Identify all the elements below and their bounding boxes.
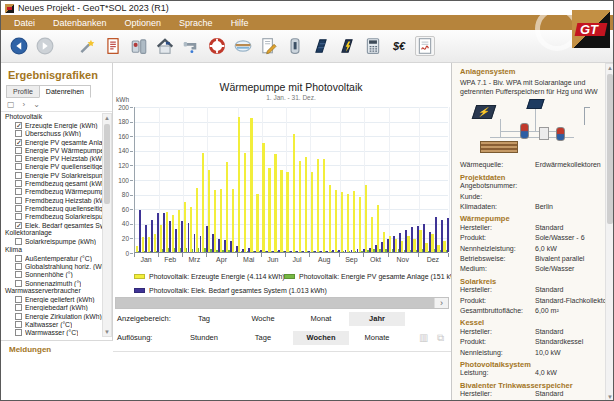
tree-item[interactable]: Fremdbezug gesamt (kWh) <box>1 179 102 187</box>
storage-tank-icon[interactable] <box>285 36 305 56</box>
checkbox[interactable] <box>15 122 22 129</box>
checkbox[interactable] <box>15 321 22 328</box>
calculator-icon[interactable] <box>363 36 383 56</box>
checkbox[interactable] <box>15 255 22 262</box>
tree-scrollbar-thumb[interactable] <box>104 124 110 204</box>
select-boxes-button[interactable]: ▢ <box>7 101 15 109</box>
checkbox[interactable] <box>15 147 22 154</box>
checkbox[interactable] <box>15 188 22 195</box>
tree-item[interactable]: Elek. Bedarf gesamtes Syst <box>1 221 102 229</box>
tab-datenreihen[interactable]: Datenreihen <box>39 85 91 98</box>
tree-item[interactable]: Fremdbezug Heizstab (kW <box>1 196 102 204</box>
checkbox[interactable] <box>15 213 22 220</box>
scroll-up-icon[interactable]: ▲ <box>606 64 614 72</box>
tree-item[interactable]: Außentemperatur (°C) <box>1 254 102 262</box>
tree-item[interactable]: Fremdbezug quellenseitige <box>1 204 102 212</box>
checkbox[interactable] <box>15 139 22 146</box>
back-button[interactable] <box>9 36 29 56</box>
building-icon[interactable] <box>155 36 175 56</box>
pdf-report-icon[interactable] <box>415 36 435 56</box>
tab-profile[interactable]: Profile <box>6 85 39 98</box>
checkbox[interactable] <box>15 271 22 278</box>
scrollbar-thumb[interactable] <box>116 298 434 308</box>
tree-group[interactable]: Photovoltaik <box>1 113 102 121</box>
tree-item[interactable]: Fremdbezug Wärmepump <box>1 188 102 196</box>
checkbox[interactable] <box>15 296 22 303</box>
checkbox[interactable] <box>15 163 22 170</box>
expand-all-button[interactable]: › <box>23 101 26 109</box>
checkbox[interactable] <box>15 280 22 287</box>
resolution-option[interactable]: Tage <box>235 331 291 345</box>
checkbox[interactable] <box>15 304 22 311</box>
tariffs-icon[interactable]: $€ <box>389 36 409 56</box>
y-tick-mark <box>130 122 133 123</box>
tree-item[interactable]: Überschuss (kWh) <box>1 130 102 138</box>
tree-item[interactable]: Solarkreispumpe (kWh) <box>1 237 102 245</box>
tree-item[interactable]: Fremdbezug Solarkreispu <box>1 213 102 221</box>
checkbox[interactable] <box>15 329 22 336</box>
tree-group[interactable]: Kollektoranlage <box>1 229 102 237</box>
checkbox[interactable] <box>15 263 22 270</box>
checkbox[interactable] <box>15 222 22 229</box>
checkbox[interactable] <box>15 238 22 245</box>
copy-chart-button[interactable]: ⧉ <box>437 332 444 344</box>
system-panel-scrollbar[interactable]: ▲ ▼ <box>605 63 614 401</box>
checkbox[interactable] <box>15 180 22 187</box>
report-icon[interactable] <box>103 36 123 56</box>
range-option[interactable]: Tag <box>176 312 232 326</box>
tree-item[interactable]: Energie PV Heizstab (kWh) <box>1 154 102 162</box>
scroll-up-icon[interactable]: ▲ <box>103 114 111 122</box>
resolution-option[interactable]: Wochen <box>293 331 349 345</box>
tree-group[interactable]: Klima <box>1 246 102 254</box>
tree-item[interactable]: Erzeugte Energie (kWh) <box>1 121 102 129</box>
tree-item[interactable]: Warmwasser (°C) <box>1 329 102 337</box>
menu-item[interactable]: Sprache <box>170 17 222 29</box>
dhw-tap-icon[interactable] <box>181 36 201 56</box>
tree-item[interactable]: Globalstrahlung horiz. (Wh <box>1 262 102 270</box>
tree-item[interactable]: Sonnenazimuth (°) <box>1 279 102 287</box>
forward-button[interactable] <box>35 36 55 56</box>
tree-item[interactable]: Sonnenhöhe (°) <box>1 271 102 279</box>
scroll-right-icon[interactable]: › <box>435 298 448 308</box>
checkbox[interactable] <box>15 172 22 179</box>
scroll-down-icon[interactable]: ▼ <box>103 328 111 336</box>
range-option[interactable]: Woche <box>235 312 291 326</box>
menu-item[interactable]: Optionen <box>116 17 171 29</box>
checkbox[interactable] <box>15 313 22 320</box>
parameters-icon[interactable] <box>259 36 279 56</box>
tree-scrollbar[interactable]: ▲ ▼ <box>102 113 112 337</box>
collapse-all-button[interactable]: ⌄ <box>33 101 40 109</box>
menu-item[interactable]: Datenbanken <box>44 17 116 29</box>
checkbox[interactable] <box>15 205 22 212</box>
tree-item[interactable]: Energie PV gesamte Anlag <box>1 138 102 146</box>
system-scrollbar-thumb[interactable] <box>607 74 613 224</box>
menu-item[interactable]: Hilfe <box>222 17 258 29</box>
range-option[interactable]: Jahr <box>349 312 405 326</box>
tree-item[interactable]: Energiebedarf (kWh) <box>1 304 102 312</box>
heating-circuit-icon[interactable] <box>207 36 227 56</box>
tree-item[interactable]: Kaltwasser (°C) <box>1 320 102 328</box>
tree-item[interactable]: Energie PV Solarkreispump <box>1 171 102 179</box>
tree-item[interactable]: Energie geliefert (kWh) <box>1 296 102 304</box>
chart-horizontal-scrollbar[interactable]: › <box>115 297 449 309</box>
detail-value: 6,00 m² <box>535 307 559 314</box>
wizard-icon[interactable] <box>77 36 97 56</box>
tree-item[interactable]: Energie PV quellenseitige <box>1 163 102 171</box>
checkbox[interactable] <box>15 197 22 204</box>
tree-item[interactable]: Energie Zirkulation (kWh) <box>1 312 102 320</box>
messages-panel: Meldungen <box>1 341 451 401</box>
checkbox[interactable] <box>15 155 22 162</box>
checkbox[interactable] <box>15 130 22 137</box>
heat-pump-icon[interactable] <box>129 36 149 56</box>
scroll-down-icon[interactable]: ▼ <box>606 393 614 401</box>
solar-collector-icon[interactable] <box>311 36 331 56</box>
range-option[interactable]: Monat <box>293 312 349 326</box>
tree-item[interactable]: Energie PV Wärmepumpe ( <box>1 146 102 154</box>
resolution-option[interactable]: Stunden <box>176 331 232 345</box>
tree-group[interactable]: Warmwasserverbraucher <box>1 287 102 295</box>
save-chart-button[interactable]: ▥ <box>419 332 428 344</box>
resolution-option[interactable]: Monate <box>349 331 405 345</box>
heat-source-icon[interactable] <box>233 36 253 56</box>
menu-item[interactable]: Datei <box>5 17 44 29</box>
photovoltaic-icon[interactable] <box>337 36 357 56</box>
